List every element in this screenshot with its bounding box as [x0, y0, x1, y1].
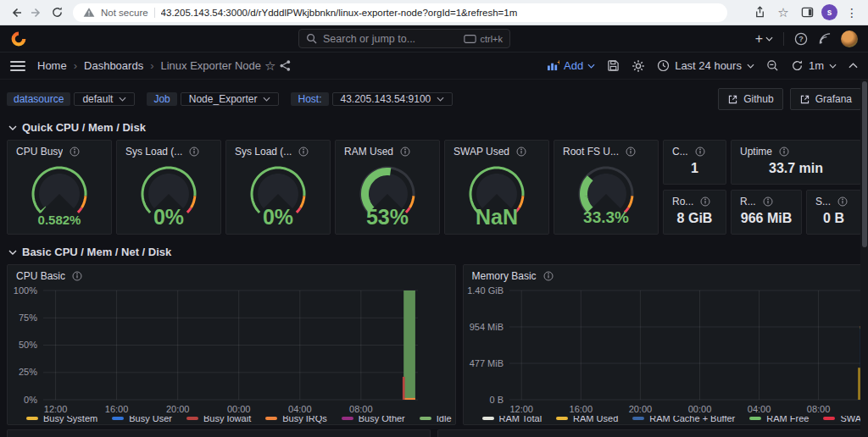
news-icon[interactable] — [818, 32, 831, 45]
github-link-button[interactable]: Github — [718, 88, 782, 110]
info-icon[interactable] — [72, 271, 82, 281]
legend-swatch — [112, 417, 124, 420]
svg-text:08:00: 08:00 — [349, 404, 373, 414]
row-quick-cpu-mem-disk[interactable]: Quick CPU / Mem / Disk — [8, 121, 861, 134]
row-basic-cpu-mem-net-disk[interactable]: Basic CPU / Mem / Net / Disk — [8, 246, 861, 258]
legend-label: Busy Iowait — [203, 416, 251, 423]
dashboard-content: datasourcedefaultJobNode_ExporterHost:43… — [0, 88, 868, 437]
url-bar[interactable]: Not secure 43.205.143.54:3000/d/rYdddlPW… — [73, 3, 727, 22]
gauge-panel: Sys Load (...0% — [225, 140, 331, 235]
side-panel-icon[interactable] — [798, 3, 816, 22]
legend-item[interactable]: Busy Iowait — [186, 416, 251, 423]
help-icon[interactable]: ? — [794, 32, 808, 46]
zoom-out-time-icon[interactable] — [766, 59, 779, 72]
svg-text:00:00: 00:00 — [227, 404, 251, 414]
panel-title[interactable]: Uptime — [740, 146, 772, 158]
panel-title[interactable]: SWAP Used — [453, 146, 509, 158]
search-input[interactable]: Search or jump to... ctrl+k — [298, 29, 510, 48]
legend-swatch — [556, 417, 568, 420]
legend-swatch — [823, 417, 835, 420]
variable-value-dropdown[interactable]: 43.205.143.54:9100 — [332, 92, 453, 106]
dashboard-variable: datasourcedefault — [7, 92, 135, 106]
info-icon[interactable] — [543, 271, 554, 281]
stat-panels: C...1Uptime33.7 min Ro...8 GiBR...966 Mi… — [663, 140, 861, 235]
user-avatar[interactable] — [841, 30, 858, 47]
save-dashboard-icon[interactable] — [607, 59, 620, 72]
gauge-value: 0% — [226, 205, 330, 230]
grafana-logo[interactable] — [10, 30, 27, 47]
variable-value-dropdown[interactable]: default — [74, 92, 135, 106]
new-menu-button[interactable]: + — [755, 31, 773, 47]
gauge-value: 33.3% — [554, 208, 658, 227]
legend-item[interactable]: Busy Other — [342, 416, 405, 423]
svg-text:477 MiB: 477 MiB — [469, 358, 503, 368]
svg-text:12:00: 12:00 — [509, 404, 533, 414]
time-range-picker[interactable]: Last 24 hours — [657, 59, 754, 72]
gauge-value: NaN — [445, 205, 548, 230]
search-icon — [306, 33, 317, 44]
bookmark-star-icon[interactable]: ☆ — [774, 3, 793, 22]
page-scrollbar[interactable] — [860, 80, 868, 437]
time-range-label: Last 24 hours — [675, 59, 742, 72]
stat-value: 33.7 min — [732, 161, 860, 176]
legend-item[interactable]: Busy IRQs — [265, 416, 327, 423]
legend-item[interactable]: Idle — [420, 416, 452, 423]
share-icon[interactable] — [750, 3, 769, 22]
legend-item[interactable]: RAM Cache + Buffer — [632, 416, 735, 423]
legend-item[interactable]: RAM Free — [749, 416, 809, 423]
browser-profile-avatar[interactable]: s — [821, 4, 837, 20]
chevron-down-icon — [587, 64, 595, 69]
panel-title[interactable]: Root FS U... — [563, 146, 619, 158]
panel-title[interactable]: Sys Load (... — [125, 146, 182, 158]
back-icon[interactable] — [7, 3, 25, 22]
stat-value: 8 GiB — [664, 211, 726, 226]
browser-menu-icon[interactable]: ⋮ — [843, 3, 861, 22]
chevron-down-icon — [747, 64, 754, 69]
legend-label: RAM Used — [573, 416, 618, 423]
reload-icon[interactable] — [47, 3, 66, 22]
panel-title[interactable]: RAM Used — [344, 146, 393, 158]
chevron-down-icon — [765, 36, 773, 41]
partial-panel — [437, 429, 861, 437]
breadcrumb-dashboards[interactable]: Dashboards — [84, 59, 143, 72]
legend-item[interactable]: Busy User — [112, 416, 172, 423]
stat-panel: Uptime33.7 min — [731, 140, 861, 185]
menu-toggle-icon[interactable] — [10, 61, 25, 71]
legend-label: Busy User — [129, 416, 172, 423]
memory-basic-panel: Memory Basic 0 B477 MiB954 MiB1.40 GiB12… — [463, 264, 868, 425]
stat-panel: Ro...8 GiB — [663, 190, 726, 235]
panel-title[interactable]: C... — [672, 146, 688, 158]
collapse-toolbar-icon[interactable] — [849, 63, 858, 69]
add-button[interactable]: + Add — [547, 59, 595, 72]
panel-title[interactable]: S... — [815, 196, 831, 207]
legend-item[interactable]: RAM Total — [482, 416, 542, 423]
panel-title[interactable]: R... — [740, 196, 756, 207]
variable-label: Host: — [291, 92, 328, 106]
gauge-panel: Root FS U...33.3% — [554, 140, 659, 235]
panel-title[interactable]: Memory Basic — [472, 270, 537, 282]
legend-item[interactable]: Busy System — [26, 416, 97, 423]
panel-title[interactable]: CPU Busy — [16, 146, 63, 158]
svg-text:0%: 0% — [24, 395, 37, 405]
refresh-icon[interactable]: 1m — [791, 59, 837, 72]
share-dashboard-icon[interactable] — [279, 59, 292, 72]
memory-basic-chart[interactable]: 0 B477 MiB954 MiB1.40 GiB12:0016:0020:00… — [465, 284, 868, 416]
panel-title[interactable]: Ro... — [672, 196, 693, 207]
cpu-basic-chart[interactable]: 0%25%50%75%100%12:0016:0020:0000:0004:00… — [9, 284, 452, 416]
legend-label: RAM Free — [766, 416, 809, 423]
svg-text:+: + — [557, 60, 559, 67]
stat-value: 1 — [664, 161, 726, 176]
scrollbar-thumb[interactable] — [862, 81, 867, 247]
legend-label: Busy IRQs — [282, 416, 327, 423]
breadcrumb-home[interactable]: Home — [37, 59, 67, 72]
external-link-icon — [727, 94, 738, 105]
grafana-link-button[interactable]: Grafana — [790, 88, 861, 110]
favorite-star-icon[interactable]: ☆ — [264, 58, 275, 74]
dashboard-settings-icon[interactable] — [632, 59, 645, 73]
variable-value-dropdown[interactable]: Node_Exporter — [181, 92, 280, 106]
keyboard-icon — [464, 35, 476, 43]
legend-item[interactable]: RAM Used — [556, 416, 618, 423]
forward-icon[interactable] — [27, 3, 46, 22]
panel-title[interactable]: CPU Basic — [16, 270, 65, 282]
panel-title[interactable]: Sys Load (... — [235, 146, 292, 158]
